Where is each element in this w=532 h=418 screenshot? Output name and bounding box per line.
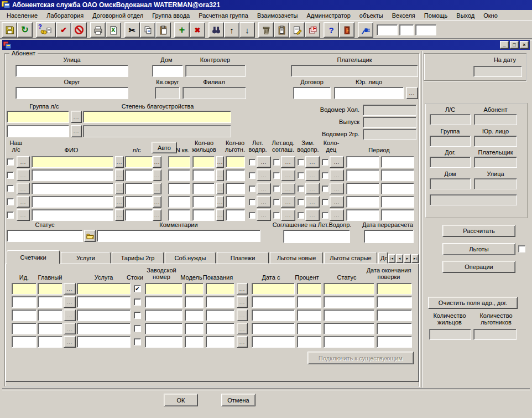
beneficiaries-count-field[interactable] (226, 196, 245, 208)
residents-count-field[interactable] (192, 196, 215, 208)
counter-lookup-button[interactable]: ... (64, 336, 76, 348)
summer-agreement-field[interactable] (283, 230, 350, 243)
summer-water-checkbox[interactable] (249, 199, 255, 205)
ls-lookup-button[interactable]: ... (153, 183, 161, 194)
well-lookup-button[interactable]: ... (330, 209, 344, 221)
move-down-button[interactable]: ↓ (239, 22, 255, 38)
account-group-lookup-button[interactable]: ... (71, 111, 82, 123)
card-file-button[interactable]: F (305, 22, 320, 38)
menu-administrator[interactable]: Администратор (302, 11, 354, 20)
menu-gruppa-vvoda[interactable]: Группа ввода (148, 11, 194, 20)
operations-button[interactable]: Операции (442, 261, 515, 273)
recalc-date-field[interactable] (364, 230, 414, 243)
counter-main-field[interactable] (38, 309, 62, 321)
period-from-field[interactable] (346, 209, 379, 221)
percent-field[interactable] (297, 323, 321, 334)
delete-record-button[interactable]: ✖ (190, 22, 205, 38)
summer-agreement-checkbox[interactable] (273, 159, 280, 166)
tab-platezhi[interactable]: Платежи (217, 252, 269, 264)
winter-water-lookup-button[interactable]: ... (305, 183, 320, 194)
factory-no-field[interactable] (145, 283, 182, 295)
apt-field[interactable] (168, 209, 190, 221)
winter-water-lookup-button[interactable]: ... (305, 169, 320, 181)
menu-vekselya[interactable]: Векселя (388, 11, 420, 20)
ls-lookup-button[interactable]: ... (153, 209, 161, 221)
factory-no-field[interactable] (145, 336, 182, 348)
child-close-button[interactable]: × (520, 41, 529, 49)
date-from-field[interactable] (252, 323, 295, 334)
tab-dog[interactable]: Дог (378, 252, 388, 264)
menu-vyhod[interactable]: Выход (452, 11, 479, 20)
move-up-button[interactable]: ↑ (224, 22, 239, 38)
street-field[interactable] (15, 65, 128, 77)
readings-lookup-button[interactable]: ... (237, 323, 248, 334)
summer-water-lookup-button[interactable]: ... (257, 196, 271, 208)
benefits-checkbox[interactable] (518, 245, 525, 252)
counter-service-field[interactable] (77, 296, 131, 308)
menu-dogovornoy-otdel[interactable]: Договорной отдел (88, 11, 148, 20)
percent-field[interactable] (297, 309, 321, 321)
factory-no-field[interactable] (145, 309, 182, 321)
summer-water-lookup-button[interactable]: ... (257, 183, 271, 194)
fio-lookup-button[interactable]: ... (115, 183, 124, 194)
comments-folder-button[interactable] (84, 230, 96, 242)
help-button[interactable]: ? (324, 22, 339, 38)
child-minimize-button[interactable]: _ (500, 41, 509, 49)
counter-lookup-button[interactable]: ... (64, 283, 76, 295)
counter-id-field[interactable] (12, 309, 36, 321)
contract-field[interactable] (293, 87, 331, 99)
calculate-button[interactable]: Рассчитать (442, 225, 515, 237)
ls-field[interactable] (125, 156, 153, 168)
menu-naselenie[interactable]: Население (2, 11, 42, 20)
verification-end-field[interactable] (377, 336, 412, 348)
ok-button[interactable]: ОК (164, 394, 198, 406)
drains-checkbox[interactable] (134, 298, 141, 306)
well-checkbox[interactable] (322, 212, 328, 219)
row-lookup-button[interactable]: ... (17, 169, 30, 181)
drains-checkbox[interactable] (134, 312, 141, 319)
tab-scroll-last-button[interactable]: ►| (411, 254, 419, 263)
our-ls-checkbox[interactable] (7, 198, 14, 205)
period-from-field[interactable] (346, 156, 379, 168)
toolbar-field-1[interactable] (377, 24, 398, 35)
add-record-button[interactable]: + (174, 22, 190, 38)
counter-main-field[interactable] (38, 336, 62, 348)
ls-lookup-button[interactable]: ... (153, 156, 161, 168)
cut-button[interactable]: ✂ (124, 22, 140, 38)
ls-lookup-button[interactable]: ... (153, 169, 161, 181)
well-lookup-button[interactable]: ... (330, 196, 344, 208)
period-from-field[interactable] (346, 183, 379, 194)
summer-agreement-lookup-button[interactable]: ... (281, 183, 295, 194)
apt-field[interactable] (168, 196, 190, 208)
fio-field[interactable] (32, 156, 113, 168)
verification-end-field[interactable] (377, 283, 412, 295)
tab-scroll-first-button[interactable]: |◄ (388, 254, 395, 263)
account-group-field-2[interactable] (7, 125, 69, 137)
count-lookup-button[interactable]: ... (216, 209, 224, 221)
connect-button[interactable] (358, 22, 373, 38)
summer-agreement-lookup-button[interactable]: ... (281, 196, 295, 208)
winter-water-checkbox[interactable] (298, 185, 304, 192)
tab-uslugi[interactable]: Услуги (61, 252, 111, 264)
row-lookup-button[interactable]: ... (17, 196, 30, 208)
menu-laboratoriya[interactable]: Лаборатория (42, 11, 88, 20)
winter-water-checkbox[interactable] (298, 172, 304, 179)
winter-water-checkbox[interactable] (298, 199, 304, 205)
refresh-button[interactable]: ↻ (17, 22, 33, 38)
our-ls-checkbox[interactable] (7, 158, 14, 166)
fio-field[interactable] (32, 169, 113, 181)
ls-field[interactable] (125, 196, 153, 208)
our-ls-checkbox[interactable] (7, 211, 14, 219)
summer-water-lookup-button[interactable]: ... (257, 156, 271, 168)
beneficiaries-count-field[interactable] (226, 183, 245, 194)
paste-button[interactable] (155, 22, 171, 38)
summer-water-checkbox[interactable] (249, 172, 255, 179)
save-button[interactable] (2, 22, 17, 38)
count-lookup-button[interactable]: ... (216, 169, 224, 181)
readings-field[interactable] (206, 323, 234, 334)
well-lookup-button[interactable]: ... (330, 169, 344, 181)
counter-status-field[interactable] (324, 283, 374, 295)
apt-field[interactable] (168, 156, 190, 168)
summer-water-lookup-button[interactable]: ... (257, 169, 271, 181)
model-field[interactable] (185, 309, 204, 321)
